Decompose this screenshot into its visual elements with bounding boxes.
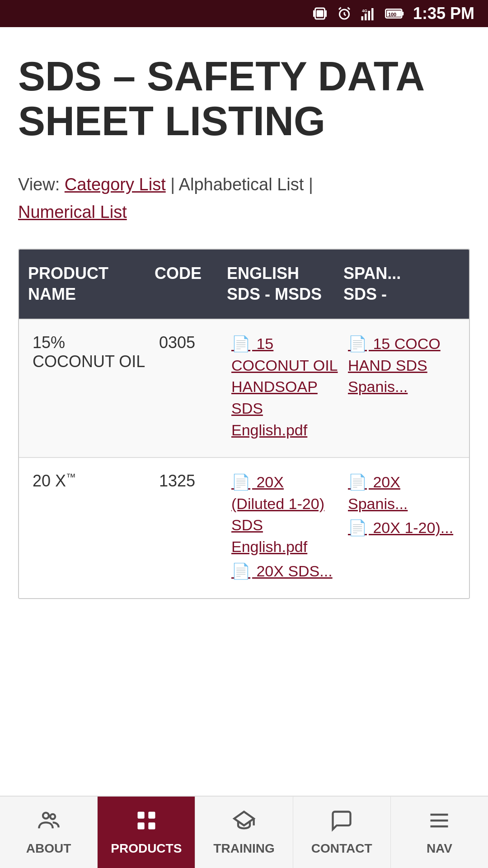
view-prefix: View: [18, 175, 60, 194]
file-icon: 📄 [348, 335, 367, 352]
svg-rect-0 [313, 10, 314, 17]
col-header-spanish: SPAN...SDS - [343, 263, 460, 306]
spanish-link-2a[interactable]: 📄 20X Spanis... [348, 472, 455, 514]
alarm-icon [336, 5, 352, 22]
svg-rect-7 [361, 16, 363, 20]
file-icon: 📄 [231, 335, 250, 352]
svg-rect-20 [137, 822, 144, 829]
col-header-english: ENGLISHSDS - MSDS [227, 263, 343, 306]
nav-item-contact[interactable]: CONTACT [293, 797, 391, 868]
nav-item-nav[interactable]: NAV [391, 797, 488, 868]
signal-icon: 4G [361, 5, 377, 22]
svg-rect-9 [368, 11, 370, 20]
code-1: 0305 [155, 333, 227, 352]
svg-rect-8 [365, 14, 367, 20]
svg-text:100: 100 [388, 12, 396, 17]
file-icon: 📄 [348, 519, 367, 536]
svg-rect-1 [325, 10, 327, 17]
nav-label-about: ABOUT [26, 841, 71, 856]
col-header-product: PRODUCTNAME [28, 263, 155, 306]
table-header: PRODUCTNAME CODE ENGLISHSDS - MSDS SPAN.… [19, 250, 469, 319]
numerical-list-link[interactable]: Numerical List [18, 203, 127, 222]
english-link-1[interactable]: 📄 15 COCONUT OIL HANDSOAP SDS English.pd… [231, 333, 339, 441]
product-name-2: 20 X™ [28, 472, 155, 491]
status-bar: 4G 100 1:35 PM [0, 0, 488, 27]
spanish-links-1: 📄 15 COCO HAND SDS Spanis... [343, 333, 460, 401]
status-icons: 4G 100 [312, 5, 405, 22]
english-link-2a[interactable]: 📄 20X (Diluted 1-20) SDS English.pdf [231, 472, 339, 557]
svg-text:4G: 4G [362, 9, 367, 13]
english-link-2b[interactable]: 📄 20X SDS... [231, 561, 339, 582]
english-links-2: 📄 20X (Diluted 1-20) SDS English.pdf 📄 2… [227, 472, 343, 585]
svg-rect-18 [137, 812, 144, 819]
nav-item-training[interactable]: TRAINING [195, 797, 293, 868]
code-2: 1325 [155, 472, 227, 491]
vibrate-icon [312, 5, 328, 22]
table-row: 20 X™ 1325 📄 20X (Diluted 1-20) SDS Engl… [19, 457, 469, 598]
nav-label-nav: NAV [427, 841, 452, 856]
nav-item-products[interactable]: PRODUCTS [98, 797, 195, 868]
products-icon [135, 809, 158, 838]
col-header-code: CODE [155, 263, 227, 306]
file-icon: 📄 [231, 473, 250, 491]
product-name-1: 15% COCONUT OIL [28, 333, 155, 371]
nav-label-products: PRODUCTS [111, 841, 182, 856]
svg-rect-13 [402, 12, 404, 15]
spanish-links-2: 📄 20X Spanis... 📄 20X 1-20)... [343, 472, 460, 542]
svg-line-5 [339, 8, 341, 10]
svg-rect-19 [148, 812, 155, 819]
contact-icon [330, 809, 353, 838]
category-list-link[interactable]: Category List [65, 175, 166, 194]
svg-point-17 [50, 814, 55, 819]
svg-rect-21 [148, 822, 155, 829]
english-links-1: 📄 15 COCONUT OIL HANDSOAP SDS English.pd… [227, 333, 343, 443]
view-links: View: Category List | Alphabetical List … [18, 171, 470, 226]
about-icon [37, 809, 61, 838]
nav-label-training: TRAINING [213, 841, 274, 856]
main-content: SDS – SAFETY DATA SHEET LISTING View: Ca… [0, 27, 488, 689]
sds-table-container: PRODUCTNAME CODE ENGLISHSDS - MSDS SPAN.… [18, 249, 470, 599]
spanish-link-2b[interactable]: 📄 20X 1-20)... [348, 517, 455, 539]
nav-item-about[interactable]: ABOUT [0, 797, 98, 868]
svg-line-6 [347, 8, 350, 10]
svg-rect-10 [371, 8, 374, 20]
spanish-link-1[interactable]: 📄 15 COCO HAND SDS Spanis... [348, 333, 455, 398]
svg-rect-3 [316, 10, 323, 17]
alphabetical-list-text: Alphabetical List [179, 175, 304, 194]
battery-icon: 100 [385, 5, 405, 22]
svg-point-16 [43, 813, 49, 819]
training-icon [232, 809, 256, 838]
bottom-nav: ABOUT PRODUCTS TRAINING CONTACT [0, 796, 488, 868]
nav-label-contact: CONTACT [311, 841, 372, 856]
nav-icon [427, 809, 451, 838]
status-time: 1:35 PM [413, 4, 474, 23]
table-row: 15% COCONUT OIL 0305 📄 15 COCONUT OIL HA… [19, 319, 469, 457]
page-title: SDS – SAFETY DATA SHEET LISTING [18, 54, 470, 144]
file-icon: 📄 [231, 562, 250, 580]
file-icon: 📄 [348, 473, 367, 491]
